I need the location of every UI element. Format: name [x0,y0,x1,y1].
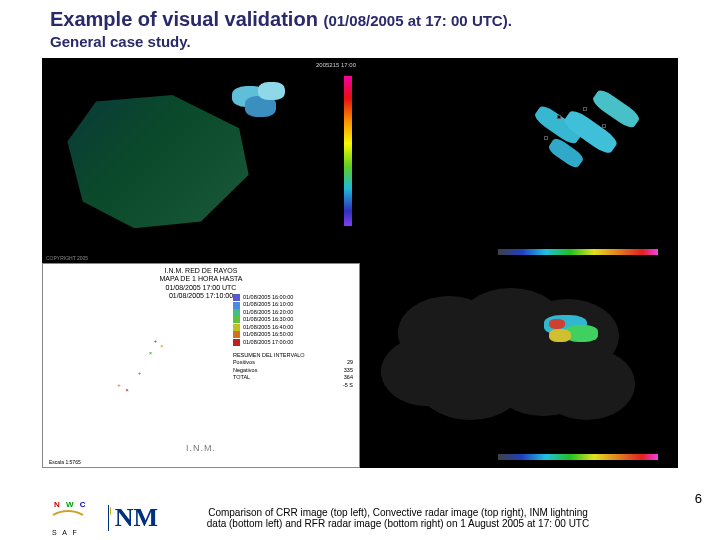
precip-echo [549,319,565,329]
legend-summary-row: Positivos29 [233,359,353,366]
radar-cell-marker [557,115,561,119]
radar-range-circle [538,348,635,420]
legend-swatch [233,309,240,316]
slide-subtitle: General case study. [50,33,670,50]
slide-title: Example of visual validation (01/08/2005… [50,8,670,31]
bl-scale-label: Escala 1:5765 [49,459,81,465]
legend-row: 01/08/2005 17:00:00 [233,339,353,346]
lightning-strike-icon: + [154,338,158,344]
bl-title-line: MAPA DE 1 HORA HASTA [114,275,288,283]
nwc-n: N [54,500,62,509]
legend-row: 01/08/2005 16:40:00 [233,324,353,331]
legend-label: 01/08/2005 16:00:00 [243,294,293,301]
bl-legend: 01/08/2005 16:00:0001/08/2005 16:10:0001… [233,294,353,389]
lightning-strike-icon: × [149,350,153,356]
inm-logo: NM [108,500,158,536]
legend-label: 01/08/2005 16:10:00 [243,301,293,308]
legend-swatch [233,316,240,323]
lightning-strike-icon: × [125,387,129,393]
legend-summary-row: TOTAL364 [233,374,353,381]
legend-swatch [233,339,240,346]
legend-label: 01/08/2005 16:20:00 [243,309,293,316]
figure-caption: Comparison of CRR image (top left), Conv… [198,507,598,530]
legend-swatch [233,294,240,301]
legend-row: 01/08/2005 16:10:00 [233,301,353,308]
panel-convective-radar-top-right [360,58,678,263]
legend-last-row: -5 S [233,382,353,389]
legend-label: 01/08/2005 17:00:00 [243,339,293,346]
legend-label: 01/08/2005 16:50:00 [243,331,293,338]
br-radar-coverage [376,279,646,443]
summary-key: Negativos [233,367,257,374]
tr-echo-cluster [519,83,662,196]
legend-swatch [233,302,240,309]
summary-value: 364 [344,374,353,381]
panel-rfr-radar-bottom-right [360,263,678,468]
title-main: Example of visual validation [50,8,318,30]
nwc-w: W [66,500,76,509]
legend-swatch [233,324,240,331]
legend-label: 01/08/2005 16:30:00 [243,316,293,323]
bl-title-line: 01/08/2005 17:00 UTC [114,284,288,292]
panel-lightning-bottom-left: I.N.M. RED DE RAYOS MAPA DE 1 HORA HASTA… [42,263,360,468]
legend-row: 01/08/2005 16:00:00 [233,294,353,301]
title-date: (01/08/2005 at 17: 00 UTC). [323,12,511,29]
crr-colorbar [344,76,352,226]
radar-cell-marker [544,136,548,140]
bl-agency-label: I.N.M. [186,443,216,453]
legend-summary-row: Negativos335 [233,367,353,374]
legend-summary-title: RESUMEN DEL INTERVALO [233,352,353,359]
slide-footer: N W C S A F NM Comparison of CRR image (… [0,500,720,536]
radar-cell-marker [602,124,606,128]
legend-label: 01/08/2005 16:40:00 [243,324,293,331]
summary-key: Positivos [233,359,255,366]
crr-timestamp: 2005215 17:00 [316,62,356,68]
radar-range-circle [381,337,473,406]
legend-swatch [233,331,240,338]
precip-echo [549,329,571,342]
page-number: 6 [695,491,702,506]
crr-cloud-cluster [214,79,303,151]
legend-row: 01/08/2005 16:20:00 [233,309,353,316]
br-colorbar [498,454,658,460]
nwc-saf-text: S A F [52,529,79,536]
nwc-c: C [80,500,88,509]
slide-header: Example of visual validation (01/08/2005… [0,0,720,54]
legend-row: 01/08/2005 16:30:00 [233,316,353,323]
panel-crr-top-left: 2005215 17:00 COPYRIGHT 2005 [42,58,360,263]
bl-title-line: I.N.M. RED DE RAYOS [114,267,288,275]
lightning-strike-icon: + [117,382,121,388]
lightning-strike-icon: × [160,343,164,349]
image-grid: 2005215 17:00 COPYRIGHT 2005 I.N.M. RED … [42,58,678,468]
radar-cell-marker [583,107,587,111]
bl-spain-map: + × × + × + [62,317,220,435]
nwc-saf-logo: N W C S A F [48,500,88,536]
inm-logo-text: NM [115,506,158,529]
lightning-strike-icon: + [138,370,142,376]
summary-value: 29 [347,359,353,366]
crr-cloud [258,82,285,100]
summary-key: TOTAL [233,374,250,381]
legend-row: 01/08/2005 16:50:00 [233,331,353,338]
summary-value: 335 [344,367,353,374]
crr-copyright: COPYRIGHT 2005 [46,255,88,261]
nwc-letters: N W C [54,500,88,509]
tr-colorbar [498,249,658,255]
